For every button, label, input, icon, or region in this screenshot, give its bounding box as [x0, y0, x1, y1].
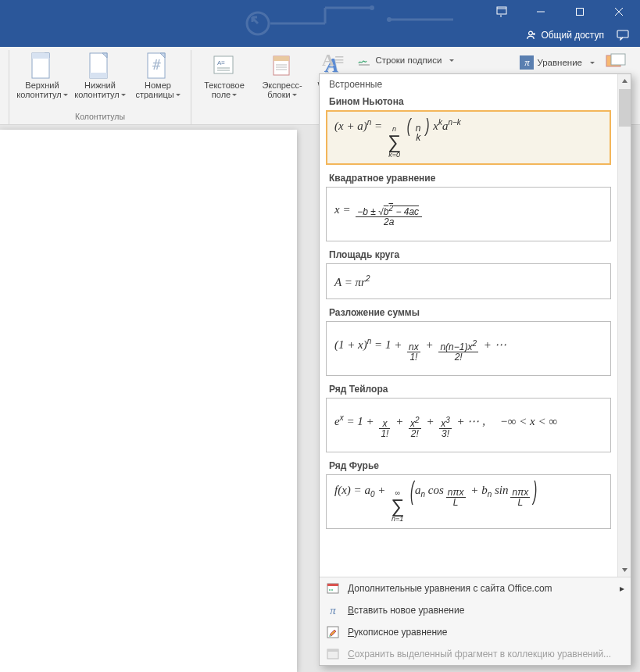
ribbon-group-headers: Верхний колонтитул Нижний колонтитул # Н…: [9, 50, 191, 124]
office-icon: [326, 581, 340, 595]
svg-text:#: #: [152, 56, 161, 73]
scroll-up-icon[interactable]: [618, 74, 631, 88]
group-label-headers: Колонтитулы: [75, 112, 125, 123]
chevron-right-icon: ▸: [620, 583, 624, 594]
svg-rect-3: [497, 7, 506, 14]
quickparts-button[interactable]: Экспресс- блоки: [254, 50, 310, 102]
dropcap-icon[interactable]: A≡: [322, 50, 344, 70]
equation-title: Бином Ньютона: [326, 93, 611, 110]
svg-text:A≡: A≡: [217, 59, 225, 66]
svg-point-1: [387, 17, 392, 22]
save-to-gallery-button: Сохранить выделенный фрагмент в коллекци…: [320, 643, 631, 665]
textbox-button[interactable]: A≡ Текстовое поле: [196, 50, 252, 102]
footer-button[interactable]: Нижний колонтитул: [72, 50, 128, 102]
title-bar: [0, 0, 640, 23]
svg-point-2: [370, 5, 374, 10]
ink-icon: [326, 625, 340, 639]
equation-title: Ряд Тейлора: [326, 381, 611, 398]
svg-rect-6: [617, 30, 628, 38]
svg-rect-27: [611, 54, 625, 65]
svg-rect-34: [327, 649, 338, 652]
close-icon[interactable]: [601, 1, 637, 23]
equation-binomial-series[interactable]: (1 + x)n = 1 + nx1! + n(n−1)x22! + ⋯: [326, 321, 611, 376]
equation-title: Ряд Фурье: [326, 457, 611, 474]
gallery-footer: Дополнительные уравнения с сайта Office.…: [320, 577, 631, 665]
object-icon[interactable]: [606, 53, 626, 72]
svg-rect-12: [90, 73, 107, 78]
share-bar: Общий доступ: [0, 23, 640, 47]
svg-rect-4: [577, 9, 584, 16]
share-label: Общий доступ: [541, 30, 604, 41]
equation-title: Квадратное уравнение: [326, 170, 611, 187]
ink-equation-button[interactable]: Рукописное уравнение: [320, 621, 631, 643]
equation-fourier[interactable]: f(x) = a0 + ∞∑n=1 (an cosnπxL + bn sinnπ…: [326, 474, 611, 529]
equation-binomial[interactable]: (x + a)n = n∑k=0 (nk) xkan−k: [326, 110, 611, 165]
equation-title: Площадь круга: [326, 246, 611, 263]
minimize-icon[interactable]: [523, 1, 559, 23]
svg-rect-21: [274, 56, 289, 61]
equation-taylor[interactable]: ex = 1 + x1! + x22! + x33! + ⋯ , −∞ < x …: [326, 398, 611, 452]
svg-rect-9: [32, 53, 49, 59]
equation-gallery: Встроенные Бином Ньютона (x + a)n = n∑k=…: [319, 73, 631, 666]
gallery-scrollbar[interactable]: [617, 74, 631, 577]
pi-icon: π: [326, 603, 340, 617]
equation-button[interactable]: π Уравнение: [515, 54, 599, 71]
signatureline-button[interactable]: Строки подписи: [355, 52, 457, 69]
svg-point-30: [329, 589, 331, 591]
scroll-thumb[interactable]: [619, 89, 631, 127]
insert-equation-button[interactable]: π Вставить новое уравнение: [320, 599, 631, 621]
gallery-header: Встроенные: [324, 76, 613, 93]
document-page[interactable]: [0, 130, 297, 672]
save-selection-icon: [326, 647, 340, 661]
group-label-text: [274, 112, 276, 123]
equation-title: Разложение суммы: [326, 304, 611, 321]
scroll-down-icon[interactable]: [618, 563, 631, 577]
pagenumber-button[interactable]: # Номер страницы: [130, 50, 186, 102]
header-button[interactable]: Верхний колонтитул: [14, 50, 70, 102]
equation-quadratic[interactable]: x = −b ± √b2 − 4ac 2a: [326, 187, 611, 241]
svg-point-5: [529, 31, 533, 35]
more-equations-button[interactable]: Дополнительные уравнения с сайта Office.…: [320, 577, 631, 599]
share-button[interactable]: Общий доступ: [525, 30, 604, 41]
svg-point-31: [331, 589, 333, 591]
signature-icon: [358, 54, 370, 66]
svg-rect-29: [327, 584, 338, 586]
ribbon-options-icon[interactable]: [484, 1, 520, 23]
pi-icon: π: [520, 55, 534, 70]
maximize-icon[interactable]: [562, 1, 598, 23]
equation-circle-area[interactable]: A = πr2: [326, 263, 611, 299]
comments-icon[interactable]: [617, 30, 629, 41]
